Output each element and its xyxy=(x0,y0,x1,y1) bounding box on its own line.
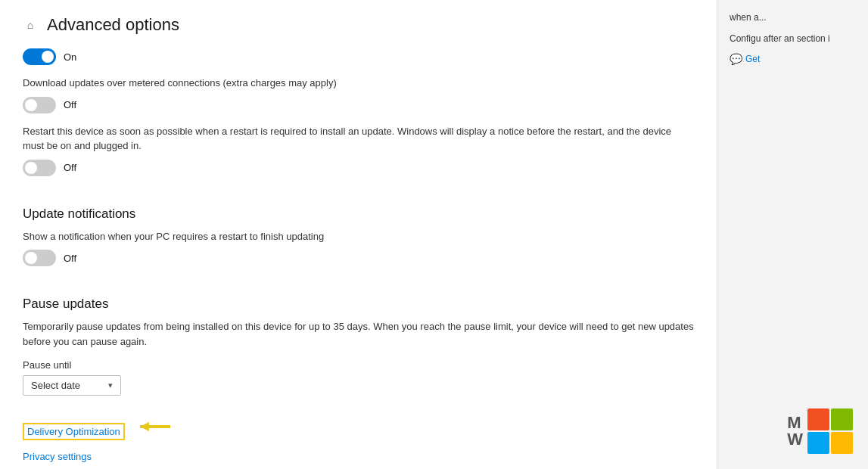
main-toggle-label: On xyxy=(64,51,76,63)
notifications-toggle[interactable] xyxy=(23,250,56,266)
pause-updates-title: Pause updates xyxy=(23,297,694,312)
main-toggle[interactable] xyxy=(23,48,56,65)
right-panel-text1: when a... xyxy=(730,11,856,24)
page-header: ⌂ Advanced options xyxy=(23,15,694,35)
restart-toggle[interactable] xyxy=(23,160,56,176)
metered-description: Download updates over metered connection… xyxy=(23,76,694,91)
delivery-optimization-row: Delivery Optimization xyxy=(23,412,694,440)
restart-toggle-row: Off xyxy=(23,160,694,176)
logo-green xyxy=(831,408,853,430)
pause-updates-description: Temporarily pause updates from being ins… xyxy=(23,319,694,349)
notifications-toggle-label: Off xyxy=(64,253,76,264)
logo-blue xyxy=(807,432,829,454)
restart-description: Restart this device as soon as possible … xyxy=(23,124,694,154)
right-panel: when a... Configu after an section i 💬 G… xyxy=(717,0,868,469)
chevron-down-icon: ▾ xyxy=(108,380,113,390)
metered-toggle-label: Off xyxy=(64,99,76,110)
pause-updates-section: Pause updates Temporarily pause updates … xyxy=(23,297,694,396)
logo-area: M W xyxy=(787,408,853,454)
metered-toggle-row: Off xyxy=(23,97,694,113)
pause-until-label: Pause until xyxy=(23,359,694,371)
logo-wrapper: M W xyxy=(787,408,853,454)
main-content: ⌂ Advanced options On Download updates o… xyxy=(0,0,717,469)
delivery-optimization-link[interactable]: Delivery Optimization xyxy=(23,423,125,440)
update-notifications-section: Update notifications Show a notification… xyxy=(23,207,694,267)
notifications-toggle-row: Off xyxy=(23,250,694,266)
right-panel-text2: Configu after an section i xyxy=(730,32,856,45)
logo-mw-text: M W xyxy=(787,415,803,448)
date-select-dropdown[interactable]: Select date ▾ xyxy=(23,375,121,396)
update-notifications-description: Show a notification when your PC require… xyxy=(23,229,694,244)
restart-toggle-label: Off xyxy=(64,162,76,173)
page-title: Advanced options xyxy=(47,15,179,35)
privacy-settings-link[interactable]: Privacy settings xyxy=(23,451,92,462)
get-link[interactable]: Get xyxy=(745,54,760,64)
update-notifications-title: Update notifications xyxy=(23,207,694,222)
home-icon[interactable]: ⌂ xyxy=(23,17,38,33)
metered-toggle[interactable] xyxy=(23,97,56,113)
logo-yellow xyxy=(831,432,853,454)
svg-marker-1 xyxy=(140,422,149,431)
logo-red xyxy=(807,408,829,430)
main-toggle-row: On xyxy=(23,48,694,65)
arrow-annotation xyxy=(132,416,174,437)
chat-icon: 💬 xyxy=(730,53,742,65)
windows-logo xyxy=(807,408,853,454)
date-select-text: Select date xyxy=(31,380,80,391)
